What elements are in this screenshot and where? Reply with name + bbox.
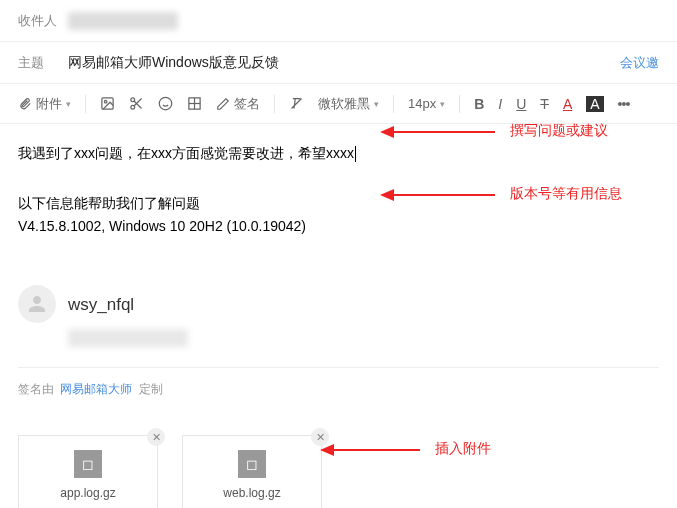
chevron-down-icon: ▾ <box>440 99 445 109</box>
signature-button[interactable]: 签名 <box>216 95 260 113</box>
font-color-button[interactable]: A <box>563 96 572 112</box>
signature-detail-blur <box>68 329 188 347</box>
font-family-select[interactable]: 微软雅黑▾ <box>318 95 379 113</box>
body-line-1: 我遇到了xxx问题，在xxx方面感觉需要改进，希望xxxx <box>18 142 659 164</box>
remove-attachment-button[interactable]: ✕ <box>147 428 165 446</box>
subject-label: 主题 <box>18 54 68 72</box>
subject-value[interactable]: 网易邮箱大师Windows版意见反馈 <box>68 54 279 72</box>
attachment-button[interactable]: 附件 ▾ <box>18 95 71 113</box>
svg-point-1 <box>104 100 107 103</box>
user-icon <box>25 292 49 316</box>
recipient-label: 收件人 <box>18 12 68 30</box>
attachment-card[interactable]: ✕ ◻ web.log.gz <box>182 435 322 508</box>
table-icon[interactable] <box>187 96 202 111</box>
svg-point-6 <box>159 97 172 110</box>
attachment-area: ✕ ◻ app.log.gz ✕ ◻ web.log.gz <box>0 417 677 508</box>
info-header: 以下信息能帮助我们了解问题 <box>18 192 659 214</box>
italic-button[interactable]: I <box>498 96 502 112</box>
pen-icon <box>216 97 230 111</box>
subject-row: 主题 网易邮箱大师Windows版意见反馈 会议邀 <box>0 42 677 84</box>
chevron-down-icon: ▾ <box>66 99 71 109</box>
email-body[interactable]: 我遇到了xxx问题，在xxx方面感觉需要改进，希望xxxx 以下信息能帮助我们了… <box>0 124 677 417</box>
image-icon[interactable] <box>100 96 115 111</box>
signature-brand-link[interactable]: 网易邮箱大师 <box>60 382 132 396</box>
underline-button[interactable]: U <box>516 96 526 112</box>
recipient-row: 收件人 <box>0 0 677 42</box>
font-size-select[interactable]: 14px▾ <box>408 96 445 111</box>
editor-toolbar: 附件 ▾ 签名 微软雅黑▾ 14px▾ B I U T A A ••• <box>0 84 677 124</box>
strike-button[interactable]: T <box>540 96 549 112</box>
paperclip-icon <box>18 97 32 111</box>
format-clear-icon[interactable] <box>289 96 304 111</box>
more-button[interactable]: ••• <box>618 96 630 112</box>
signature-name: wsy_nfql <box>68 291 134 318</box>
attachment-name: web.log.gz <box>223 486 280 500</box>
chevron-down-icon: ▾ <box>374 99 379 109</box>
signature-footer: 签名由 网易邮箱大师 定制 <box>18 367 659 399</box>
avatar <box>18 285 56 323</box>
recipient-value[interactable] <box>68 12 178 30</box>
version-info: V4.15.8.1002, Windows 10 20H2 (10.0.1904… <box>18 215 659 237</box>
signature-block: wsy_nfql <box>18 285 659 323</box>
bg-color-button[interactable]: A <box>586 96 603 112</box>
file-icon: ◻ <box>74 450 102 478</box>
file-icon: ◻ <box>238 450 266 478</box>
remove-attachment-button[interactable]: ✕ <box>311 428 329 446</box>
attachment-card[interactable]: ✕ ◻ app.log.gz <box>18 435 158 508</box>
meeting-invite-link[interactable]: 会议邀 <box>620 54 659 72</box>
emoji-icon[interactable] <box>158 96 173 111</box>
bold-button[interactable]: B <box>474 96 484 112</box>
attachment-name: app.log.gz <box>60 486 115 500</box>
scissors-icon[interactable] <box>129 96 144 111</box>
